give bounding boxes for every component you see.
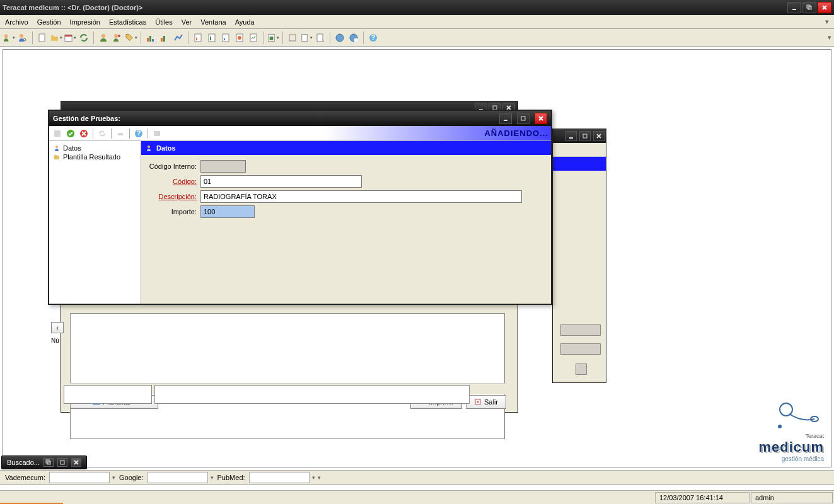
report-icon-1[interactable] [192,32,204,44]
svg-rect-53 [54,130,61,137]
bottom-cell-1 [64,385,152,404]
dialog-tree: Datos Plantilla Resultado [49,141,141,304]
svg-rect-15 [152,39,154,42]
help-icon[interactable]: ? [367,32,379,44]
dialog-minimize[interactable] [499,113,512,124]
report-icon-3[interactable] [219,32,232,44]
scroll-left-button[interactable]: ‹ [51,322,64,333]
misc-icon-2[interactable] [300,32,313,44]
searchbar-overflow[interactable]: ▾ [318,474,321,481]
report-icon-2[interactable] [206,32,218,44]
svg-rect-28 [270,37,274,40]
svg-point-32 [336,34,344,42]
user-search-icon[interactable] [16,32,29,44]
menu-impresion[interactable]: Impresión [70,18,100,26]
input-codigo[interactable] [200,175,362,188]
salir-button[interactable]: Salir [466,395,506,409]
pubmed-input[interactable] [249,472,310,483]
nav-icon [151,128,163,139]
toolbar-overflow[interactable]: ▾ [828,33,831,42]
taskbar: Buscado... [1,455,87,470]
svg-rect-19 [196,38,197,40]
help2-icon[interactable]: ? [133,128,144,139]
form-section-header: Datos [141,141,551,155]
svg-rect-16 [161,38,163,42]
globe-icon-2[interactable] [347,32,360,44]
svg-point-64 [778,425,782,428]
menu-ver[interactable]: Ver [182,18,192,26]
svg-text:?: ? [137,129,141,137]
svg-rect-56 [118,133,123,135]
dialog-mode-label: AÑADIENDO... [484,129,548,138]
chart-icon-1[interactable] [144,32,157,44]
label-codigo-interno: Código Interno: [145,163,200,170]
minimize-button[interactable] [787,2,801,13]
chart-icon-3[interactable] [172,32,185,44]
editor-textarea[interactable] [70,313,505,439]
menu-gestion[interactable]: Gestión [37,18,61,26]
refresh2-icon [96,128,108,139]
menu-estadisticas[interactable]: Estadísticas [109,18,146,26]
vademecum-input[interactable] [49,472,110,483]
input-importe[interactable] [200,205,255,218]
dialog-titlebar[interactable]: Gestión de Pruebas: [49,111,551,126]
dialog-title: Gestión de Pruebas: [53,115,494,122]
tree-item-plantilla[interactable]: Plantilla Resultado [52,152,138,161]
svg-point-60 [55,146,58,148]
bgwin2-maximize[interactable] [579,131,591,141]
tree-item-datos[interactable]: Datos [52,144,138,152]
google-input[interactable] [148,472,208,483]
svg-point-25 [238,36,241,40]
label-descripcion: Descripción: [145,193,200,200]
chart-icon-2[interactable] [158,32,171,44]
report-icon-4[interactable] [233,32,246,44]
pubmed-label: PubMed: [217,474,245,481]
task-restore-icon[interactable] [43,458,54,467]
calendar-icon[interactable] [64,32,76,44]
user-add-icon[interactable] [3,32,15,44]
menu-archivo[interactable]: Archivo [5,18,28,26]
svg-rect-13 [147,38,149,42]
document-icon[interactable] [36,32,49,44]
dialog-close[interactable] [535,113,547,124]
menu-utiles[interactable]: Útiles [155,18,173,26]
brand-logo: Teracat medicum gestión médica [758,400,824,462]
svg-rect-23 [224,38,225,40]
folder-icon[interactable] [50,32,62,44]
misc-icon-1[interactable] [286,32,299,44]
bgwin2-minimize[interactable] [565,131,577,141]
svg-rect-10 [65,35,72,37]
svg-rect-21 [210,37,211,40]
menu-ayuda[interactable]: Ayuda [235,18,255,26]
menu-overflow[interactable]: ▾ [825,18,829,26]
svg-point-7 [23,38,26,41]
cancel-icon[interactable] [78,128,90,139]
svg-rect-67 [61,461,64,464]
input-descripcion[interactable] [200,190,522,203]
task-max-icon[interactable] [57,458,67,467]
svg-rect-22 [223,34,229,42]
task-close-icon[interactable] [71,458,81,467]
tag-icon[interactable] [125,32,137,44]
print-icon [115,128,126,139]
svg-point-61 [148,146,150,148]
misc-icon-3[interactable] [314,32,327,44]
taskbar-buscando[interactable]: Buscado... [1,455,87,469]
patient-icon[interactable] [97,32,110,44]
svg-rect-31 [317,34,323,42]
bw2-cell-1 [560,324,601,336]
bgwin2-close[interactable] [593,131,605,141]
patient-plus-icon[interactable] [111,32,124,44]
refresh-icon[interactable] [78,32,90,44]
report-icon-5[interactable] [247,32,260,44]
menu-ventana[interactable]: Ventana [200,18,226,26]
dialog-maximize[interactable] [517,113,530,124]
accept-icon[interactable] [65,128,76,139]
svg-rect-14 [149,36,151,42]
report-dd-icon[interactable] [267,32,279,44]
close-button[interactable] [818,2,831,13]
maximize-button[interactable] [802,2,816,13]
globe-icon-1[interactable] [333,32,346,44]
google-label: Google: [119,474,144,481]
gestion-pruebas-dialog: Gestión de Pruebas: ? AÑADIENDO... Datos… [48,110,552,305]
